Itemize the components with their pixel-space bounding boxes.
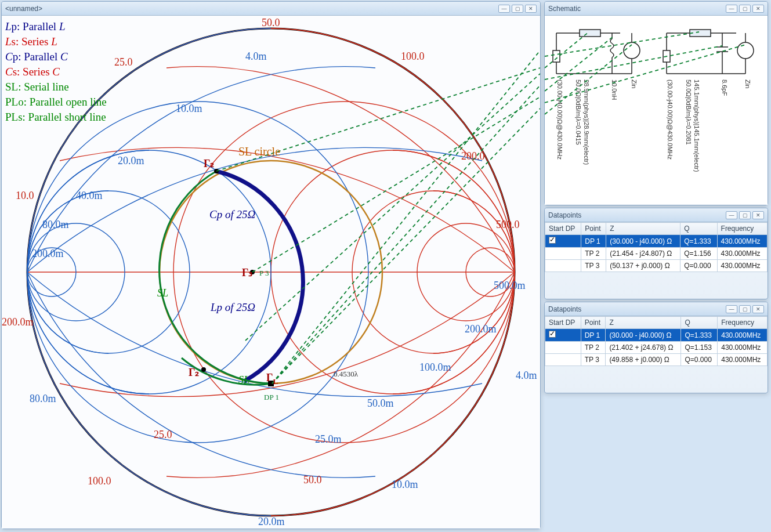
maximize-button[interactable]: ▢ xyxy=(739,211,751,219)
sl-circle-label: SL circle xyxy=(238,145,280,158)
dp-col-z[interactable]: Z xyxy=(606,317,681,329)
table-row[interactable]: TP 3(49.858 + j0.000) ΩQ=0.000430.000MHz xyxy=(545,354,768,366)
sch-zl2: (30.00-j40.00)Ω@430.0MHz xyxy=(667,79,674,160)
dp-cell-q: Q=0.000 xyxy=(680,260,717,272)
table-row[interactable]: DP 1(30.000 - j40.000) ΩQ=1.333430.000MH… xyxy=(545,235,768,248)
gamma2b: Γ₂ xyxy=(204,157,214,170)
dp-col-frequency[interactable]: Frequency xyxy=(717,223,767,235)
datapoints2-title: Datapoints xyxy=(548,305,724,313)
sch-ind: 10.0nH xyxy=(611,79,618,100)
gamma1: ΓL xyxy=(266,372,278,386)
dp-cell-f: 430.000MHz xyxy=(718,329,768,342)
lp-label: Lp of 25Ω xyxy=(211,301,255,314)
schematic-canvas[interactable]: (30.00-j40.00)Ω@430.0MHz 50.0Ω|0dB/m|λ=0… xyxy=(545,16,768,205)
close-button[interactable]: ✕ xyxy=(752,211,764,219)
dp-cell-f: 430.000MHz xyxy=(718,354,768,366)
sch-zl1: (30.00-j40.00)Ω@430.0MHz xyxy=(556,79,563,160)
legend: Lp: Lp: Parallel LParallel L Ls: Series … xyxy=(5,19,107,125)
schematic-window: Schematic — ▢ ✕ xyxy=(544,1,768,205)
dp-cell-f: 430.000MHz xyxy=(717,235,767,248)
table-row[interactable]: TP 2(21.454 - j24.807) ΩQ=1.156430.000MH… xyxy=(545,248,768,260)
dp-cell-z: (30.000 - j40.000) Ω xyxy=(606,235,680,248)
dp-cell-z: (49.858 + j0.000) Ω xyxy=(606,354,681,366)
gamma3: Γ₃ xyxy=(242,266,252,279)
cp-label: Cp of 25Ω xyxy=(209,208,255,221)
dp-cell-f: 430.000MHz xyxy=(717,248,767,260)
tp3-label: P 3 xyxy=(259,269,269,278)
datapoints1-title: Datapoints xyxy=(548,211,724,219)
sl-label-2: SL xyxy=(238,374,249,386)
svg-point-47 xyxy=(737,42,754,59)
dp-cell-q: Q=1.153 xyxy=(681,342,718,354)
minimize-button[interactable]: — xyxy=(498,5,510,13)
smith-chart-title: <unnamed> xyxy=(5,5,497,13)
svg-point-33 xyxy=(624,42,640,59)
table-row[interactable]: TP 2(21.402 + j24.678) ΩQ=1.153430.000MH… xyxy=(545,342,768,354)
dp-cell-q: Q=1.333 xyxy=(681,329,718,342)
start-dp-checkbox[interactable] xyxy=(549,237,556,244)
close-button[interactable]: ✕ xyxy=(752,305,764,313)
start-dp-cell[interactable] xyxy=(545,354,581,366)
datapoints1-table-area[interactable]: Start DPPointZQFrequency DP 1(30.000 - j… xyxy=(545,222,768,299)
sl-label-1: SL xyxy=(157,287,168,299)
sch-tl1b: 28.9mm(phys)|28.9mm(electr) xyxy=(583,79,590,165)
svg-point-17 xyxy=(201,367,206,372)
datapoints2-table-area[interactable]: Start DPPointZQFrequency DP 1(30.000 - j… xyxy=(545,316,768,393)
table-row[interactable]: TP 3(50.137 + j0.000) ΩQ=0.000430.000MHz xyxy=(545,260,768,272)
dp-col-z[interactable]: Z xyxy=(606,223,680,235)
close-button[interactable]: ✕ xyxy=(525,5,537,13)
datapoints2-titlebar[interactable]: Datapoints — ▢ ✕ xyxy=(545,302,768,316)
dp-col-point[interactable]: Point xyxy=(581,223,606,235)
smith-chart-window: <unnamed> — ▢ ✕ xyxy=(1,1,541,529)
dp-col-start-dp[interactable]: Start DP xyxy=(545,317,581,329)
dp-cell-point: DP 1 xyxy=(581,329,606,342)
start-dp-checkbox[interactable] xyxy=(549,331,556,338)
dp-cell-point: TP 3 xyxy=(581,260,606,272)
dp-col-start-dp[interactable]: Start DP xyxy=(545,223,581,235)
sch-tl2b: 145.1mm(phys)|145.1mm(electr) xyxy=(693,79,700,172)
datapoints1-table[interactable]: Start DPPointZQFrequency DP 1(30.000 - j… xyxy=(545,222,768,272)
dp-cell-point: DP 1 xyxy=(581,235,606,248)
smith-chart-titlebar[interactable]: <unnamed> — ▢ ✕ xyxy=(2,2,540,16)
close-button[interactable]: ✕ xyxy=(752,5,764,13)
maximize-button[interactable]: ▢ xyxy=(739,5,751,13)
dp-col-q[interactable]: Q xyxy=(681,317,718,329)
sch-cap: 8.6pF xyxy=(721,79,728,96)
dp-cell-q: Q=0.000 xyxy=(681,354,718,366)
wavelength-label: 0.4530λ xyxy=(334,370,358,379)
start-dp-cell[interactable] xyxy=(545,235,581,248)
dp-cell-z: (30.000 - j40.000) Ω xyxy=(606,329,681,342)
svg-rect-38 xyxy=(663,50,670,62)
table-row[interactable]: DP 1(30.000 - j40.000) ΩQ=1.333430.000MH… xyxy=(545,329,768,342)
dp-col-point[interactable]: Point xyxy=(581,317,606,329)
svg-rect-41 xyxy=(690,30,711,37)
svg-rect-29 xyxy=(580,30,600,37)
datapoints-window-2: Datapoints — ▢ ✕ Start DPPointZQFrequenc… xyxy=(544,302,768,393)
dp-col-frequency[interactable]: Frequency xyxy=(718,317,768,329)
scale-bottom: 20.0m xyxy=(258,516,285,528)
maximize-button[interactable]: ▢ xyxy=(739,305,751,313)
sch-zin2: Zin xyxy=(744,79,751,88)
start-dp-cell[interactable] xyxy=(545,248,581,260)
dp-cell-z: (50.137 + j0.000) Ω xyxy=(606,260,680,272)
datapoints2-table[interactable]: Start DPPointZQFrequency DP 1(30.000 - j… xyxy=(545,316,768,366)
dp-cell-point: TP 2 xyxy=(581,248,606,260)
start-dp-cell[interactable] xyxy=(545,329,581,342)
sch-tl2a: 50.0Ω|0dB/m|λ=0.2081 xyxy=(685,79,692,145)
dp-cell-f: 430.000MHz xyxy=(718,342,768,354)
dp-col-q[interactable]: Q xyxy=(680,223,717,235)
start-dp-cell[interactable] xyxy=(545,260,581,272)
dp1-label: DP 1 xyxy=(264,393,279,402)
start-dp-cell[interactable] xyxy=(545,342,581,354)
dp-cell-f: 430.000MHz xyxy=(717,260,767,272)
datapoints1-titlebar[interactable]: Datapoints — ▢ ✕ xyxy=(545,208,768,222)
dp-cell-q: Q=1.156 xyxy=(680,248,717,260)
schematic-title: Schematic xyxy=(548,5,724,13)
minimize-button[interactable]: — xyxy=(726,5,737,13)
schematic-titlebar[interactable]: Schematic — ▢ ✕ xyxy=(545,2,768,16)
maximize-button[interactable]: ▢ xyxy=(512,5,523,13)
smith-chart-area[interactable]: Lp: Lp: Parallel LParallel L Ls: Series … xyxy=(2,16,540,529)
minimize-button[interactable]: — xyxy=(726,211,737,219)
dp-cell-z: (21.402 + j24.678) Ω xyxy=(606,342,681,354)
minimize-button[interactable]: — xyxy=(726,305,737,313)
